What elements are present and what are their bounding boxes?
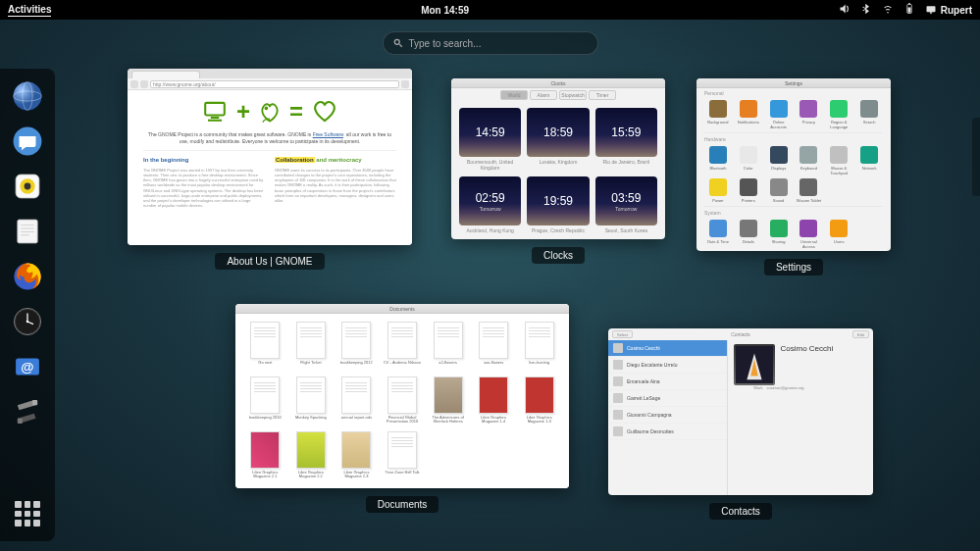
- settings-item[interactable]: Search: [855, 100, 883, 129]
- contact-row[interactable]: Emanuele Aina: [608, 374, 727, 390]
- dash-web-browser[interactable]: [8, 76, 47, 116]
- clock-tile[interactable]: 02:59TomorrowAuckland, Hong Kong: [459, 176, 521, 233]
- document-item[interactable]: CV - Andreas Nilsson: [383, 322, 423, 371]
- settings-item[interactable]: Privacy: [796, 100, 823, 129]
- clocks-tab-alarm[interactable]: Alarm: [530, 90, 557, 100]
- back-icon[interactable]: [130, 80, 138, 88]
- show-applications-button[interactable]: [8, 494, 47, 533]
- settings-item[interactable]: Users: [825, 220, 852, 249]
- settings-item[interactable]: Background: [704, 100, 732, 129]
- window-browser[interactable]: http://www.gnome.org/about/ + = The GNOM…: [128, 69, 412, 245]
- clock-tile[interactable]: 19:59Prague, Czech Republic: [527, 176, 589, 233]
- window-clocks[interactable]: Clocks World Alarm Stopwatch Timer 14:59…: [451, 78, 665, 239]
- bluetooth-icon[interactable]: [860, 3, 872, 17]
- document-item[interactable]: Monkey Spanking: [291, 376, 332, 426]
- clocks-tab-timer[interactable]: Timer: [589, 90, 616, 100]
- document-item[interactable]: Financial Global Presentation 2010: [383, 376, 423, 426]
- settings-item[interactable]: Displays: [765, 146, 793, 175]
- document-item[interactable]: Libre Graphics Magazine 1.3: [519, 376, 559, 426]
- clock-tile[interactable]: 15:59Rio de Janeiro, Brazil: [595, 108, 657, 171]
- svg-rect-29: [211, 117, 219, 119]
- dash-firefox[interactable]: [8, 257, 47, 296]
- user-menu[interactable]: Rupert: [925, 4, 972, 16]
- settings-item[interactable]: Details: [735, 220, 762, 249]
- document-item[interactable]: Go next: [245, 322, 285, 371]
- contact-row[interactable]: Giovanni Campagna: [608, 407, 727, 424]
- settings-item[interactable]: Sharing: [765, 220, 793, 249]
- forward-icon[interactable]: [140, 80, 148, 88]
- svg-point-31: [265, 107, 269, 111]
- col1-body: The GNOME Project was started in 1997 by…: [143, 168, 265, 209]
- clocks-tab-stopwatch[interactable]: Stopwatch: [559, 90, 587, 100]
- settings-item[interactable]: Universal Access: [796, 220, 823, 249]
- settings-item[interactable]: Color: [735, 146, 762, 175]
- settings-item[interactable]: Power: [704, 178, 732, 203]
- window-settings[interactable]: Settings PersonalBackgroundNotifications…: [696, 78, 891, 251]
- settings-item[interactable]: Wacom Tablet: [796, 178, 823, 203]
- overview: http://www.gnome.org/about/ + = The GNOM…: [78, 69, 960, 541]
- document-item[interactable]: annual report.ods: [336, 376, 377, 426]
- settings-item[interactable]: Notifications: [735, 100, 762, 129]
- col2-heading-hl: Collaboration: [275, 157, 315, 163]
- search-icon: [393, 38, 403, 48]
- settings-item[interactable]: Date & Time: [704, 220, 732, 249]
- col2-heading: and meritocracy: [315, 157, 362, 163]
- document-item[interactable]: Flight Ticket: [291, 322, 332, 371]
- document-item[interactable]: sun-flowers: [474, 322, 514, 371]
- url-bar[interactable]: http://www.gnome.org/about/: [150, 80, 399, 88]
- settings-item[interactable]: Network: [855, 146, 883, 175]
- settings-item[interactable]: Region & Language: [825, 100, 852, 129]
- settings-item[interactable]: Mouse & Touchpad: [825, 146, 852, 175]
- window-documents[interactable]: Documents Go nextFlight Ticketbookkeepin…: [235, 304, 569, 488]
- svg-rect-16: [21, 231, 34, 232]
- settings-item[interactable]: Online Accounts: [765, 100, 793, 129]
- email-label: Work: [734, 385, 763, 390]
- workspace-switcher[interactable]: [972, 118, 980, 196]
- contact-row[interactable]: Cosimo Cecchi: [608, 340, 727, 357]
- clocks-tab-world[interactable]: World: [500, 90, 528, 100]
- document-item[interactable]: bookkeeping 2012: [336, 322, 377, 371]
- search-bar[interactable]: Type to search...: [383, 31, 598, 55]
- network-icon[interactable]: [882, 3, 894, 17]
- svg-rect-3: [926, 6, 935, 12]
- contact-row[interactable]: Guillaume Desmottes: [608, 424, 727, 440]
- contacts-select-button[interactable]: Select: [612, 330, 633, 338]
- dash-chat[interactable]: [8, 122, 47, 161]
- document-item[interactable]: Time Zone Hell Talk: [383, 431, 423, 480]
- clock-tile[interactable]: 18:59Lusaka, Kingdom: [527, 108, 589, 171]
- contact-row[interactable]: Diego Escalante Urrelo: [608, 357, 727, 374]
- settings-item[interactable]: Keyboard: [796, 146, 823, 175]
- document-item[interactable]: Libre Graphics Magazine 1.4: [474, 376, 514, 426]
- dash-email[interactable]: @: [8, 347, 47, 386]
- document-item[interactable]: Libre Graphics Magazine 2.1: [245, 431, 285, 480]
- clock-tile[interactable]: 14:59Bournemouth, United Kingdom: [459, 108, 521, 171]
- dash-clocks[interactable]: [8, 302, 47, 341]
- settings-item[interactable]: Bluetooth: [704, 146, 732, 175]
- top-bar: Activities Mon 14:59 Rupert: [0, 0, 980, 20]
- document-item[interactable]: a2-flowers: [428, 322, 468, 371]
- dash-music[interactable]: [8, 167, 47, 206]
- document-item[interactable]: Libre Graphics Magazine 2.2: [291, 431, 332, 480]
- settings-item[interactable]: Printers: [735, 178, 762, 203]
- contact-row[interactable]: Garrett LeSage: [608, 390, 727, 407]
- contacts-edit-button[interactable]: Edit: [852, 330, 869, 338]
- dash-settings[interactable]: [8, 392, 47, 431]
- clock-tile[interactable]: 03:59TomorrowSeoul, South Korea: [595, 176, 657, 233]
- document-item[interactable]: The Adventures of Sherlock Holmes: [428, 376, 468, 426]
- svg-rect-27: [18, 419, 23, 424]
- activities-button[interactable]: Activities: [8, 4, 51, 17]
- col1-heading: In the beginning: [143, 157, 265, 165]
- clock-menu[interactable]: Mon 14:59: [51, 5, 838, 16]
- document-item[interactable]: Libre Graphics Magazine 2.3: [336, 431, 377, 480]
- dash-files[interactable]: [8, 212, 47, 251]
- window-label-clocks: Clocks: [532, 247, 585, 264]
- volume-icon[interactable]: [839, 3, 851, 17]
- apps-grid-icon: [15, 501, 40, 526]
- document-item[interactable]: bookkeeping 2010: [245, 376, 285, 426]
- window-contacts[interactable]: Select Contacts Edit Cosimo CecchiDiego …: [608, 328, 873, 495]
- document-item[interactable]: lion-hunting: [519, 322, 559, 371]
- reload-icon[interactable]: [401, 80, 409, 88]
- settings-item[interactable]: Sound: [765, 178, 793, 203]
- intro-link[interactable]: Free Software: [313, 131, 343, 137]
- battery-icon[interactable]: [903, 3, 915, 17]
